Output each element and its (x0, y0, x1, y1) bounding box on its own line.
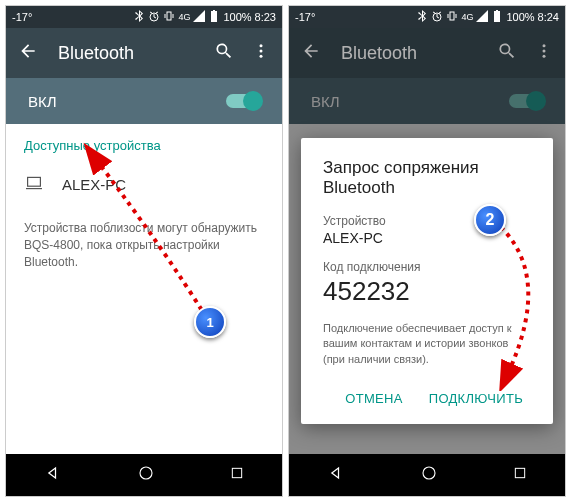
toggle-bar: ВКЛ (6, 78, 282, 124)
nav-bar (289, 454, 565, 496)
nav-back-icon[interactable] (43, 463, 63, 487)
back-icon[interactable] (18, 41, 38, 65)
svg-rect-12 (494, 11, 500, 22)
nav-home-icon[interactable] (137, 464, 155, 486)
svg-point-5 (260, 50, 263, 53)
temperature: -17° (295, 11, 315, 23)
svg-rect-1 (167, 12, 171, 20)
battery-icon (208, 10, 220, 24)
search-icon[interactable] (497, 41, 517, 65)
search-icon[interactable] (214, 41, 234, 65)
svg-rect-13 (496, 10, 498, 11)
back-icon[interactable] (301, 41, 321, 65)
cancel-button[interactable]: ОТМЕНА (337, 381, 410, 416)
battery-icon (491, 10, 503, 24)
svg-point-17 (423, 467, 435, 479)
svg-point-16 (543, 55, 546, 58)
clock: 8:23 (255, 11, 276, 23)
svg-point-8 (140, 467, 152, 479)
signal-icon (476, 10, 488, 24)
svg-rect-18 (515, 468, 524, 477)
nav-home-icon[interactable] (420, 464, 438, 486)
bluetooth-switch[interactable] (226, 94, 260, 108)
svg-rect-9 (232, 468, 241, 477)
battery-pct: 100% (506, 11, 534, 23)
status-icons: 4G 100% 8:23 (133, 10, 276, 24)
signal-icon (193, 10, 205, 24)
vibrate-icon (446, 10, 458, 24)
clock: 8:24 (538, 11, 559, 23)
svg-rect-7 (28, 177, 41, 186)
battery-pct: 100% (223, 11, 251, 23)
status-bar: -17° 4G 100% 8:23 (6, 6, 282, 28)
content-area: Доступные устройства ALEX-PC Устройства … (6, 124, 282, 454)
more-icon[interactable] (535, 42, 553, 64)
nav-bar (6, 454, 282, 496)
annotation-marker-2: 2 (474, 204, 506, 236)
svg-point-14 (543, 44, 546, 47)
annotation-marker-1: 1 (194, 306, 226, 338)
screenshot-right: -17° 4G 100% 8:24 Bluetooth ВКЛ Доступны… (288, 5, 566, 497)
svg-rect-11 (450, 12, 454, 20)
network-label: 4G (461, 12, 473, 22)
laptop-icon (24, 175, 44, 194)
bluetooth-icon (416, 10, 428, 24)
nav-recent-icon[interactable] (512, 465, 528, 485)
status-icons: 4G 100% 8:24 (416, 10, 559, 24)
annotation-arrow-1 (66, 142, 226, 332)
temperature: -17° (12, 11, 32, 23)
status-bar: -17° 4G 100% 8:24 (289, 6, 565, 28)
toggle-label: ВКЛ (28, 93, 57, 110)
svg-rect-2 (211, 11, 217, 22)
page-title: Bluetooth (341, 43, 477, 64)
annotation-arrow-2 (449, 211, 566, 391)
alarm-icon (148, 10, 160, 24)
app-bar: Bluetooth (289, 28, 565, 78)
svg-point-6 (260, 55, 263, 58)
toggle-bar: ВКЛ (289, 78, 565, 124)
toggle-label: ВКЛ (311, 93, 340, 110)
more-icon[interactable] (252, 42, 270, 64)
alarm-icon (431, 10, 443, 24)
dialog-title: Запрос сопряжения Bluetooth (323, 158, 531, 198)
bluetooth-icon (133, 10, 145, 24)
nav-back-icon[interactable] (326, 463, 346, 487)
network-label: 4G (178, 12, 190, 22)
svg-point-4 (260, 44, 263, 47)
vibrate-icon (163, 10, 175, 24)
screenshot-left: -17° 4G 100% 8:23 Bluetooth (5, 5, 283, 497)
app-bar: Bluetooth (6, 28, 282, 78)
bluetooth-switch[interactable] (509, 94, 543, 108)
svg-point-15 (543, 50, 546, 53)
svg-rect-3 (213, 10, 215, 11)
page-title: Bluetooth (58, 43, 194, 64)
nav-recent-icon[interactable] (229, 465, 245, 485)
